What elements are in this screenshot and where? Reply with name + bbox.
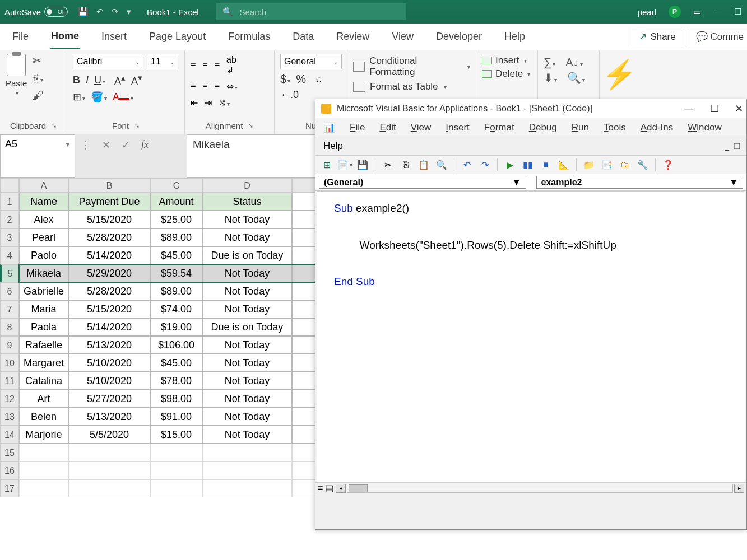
- cell[interactable]: [19, 479, 68, 497]
- cell[interactable]: Catalina: [19, 372, 68, 390]
- cell[interactable]: Paolo: [19, 246, 68, 264]
- cell[interactable]: [150, 444, 202, 461]
- borders-button[interactable]: ⊞▾: [73, 91, 85, 103]
- break-icon[interactable]: ▮▮: [522, 159, 533, 170]
- cell[interactable]: [292, 228, 315, 246]
- align-top-icon[interactable]: ≡: [191, 60, 196, 71]
- cell[interactable]: 5/10/2020: [68, 372, 150, 390]
- decrease-font-icon[interactable]: A▾: [131, 73, 142, 87]
- row-header[interactable]: 4: [0, 246, 19, 264]
- vba-scrollbar[interactable]: ≡ ▤ ◂ ▸: [315, 482, 746, 493]
- cell[interactable]: Rafaelle: [19, 336, 68, 354]
- cell[interactable]: $59.54: [150, 264, 202, 282]
- cell[interactable]: Not Today: [202, 336, 292, 354]
- dialog-launcher-icon[interactable]: ⤡: [248, 122, 253, 129]
- cell[interactable]: Not Today: [202, 282, 292, 300]
- orientation-icon[interactable]: ⤭▾: [219, 97, 230, 108]
- copy-icon[interactable]: ⎘: [400, 159, 411, 170]
- vba-menu-help[interactable]: Help: [323, 141, 343, 152]
- row-header[interactable]: 1: [0, 193, 19, 211]
- scroll-thumb[interactable]: [349, 484, 368, 492]
- cell[interactable]: Margaret: [19, 354, 68, 372]
- row-header[interactable]: 5: [0, 264, 19, 282]
- cell[interactable]: Not Today: [202, 354, 292, 372]
- autosave-toggle[interactable]: AutoSave Off: [4, 7, 68, 17]
- cell[interactable]: [68, 479, 150, 497]
- font-size-select[interactable]: 11⌄: [147, 54, 178, 69]
- help-icon[interactable]: ❓: [662, 159, 674, 170]
- align-right-icon[interactable]: ≡: [215, 82, 220, 92]
- column-header[interactable]: [292, 178, 315, 193]
- vba-menu-addins[interactable]: Add-Ins: [641, 122, 674, 133]
- cell[interactable]: $25.00: [150, 211, 202, 228]
- cell[interactable]: [292, 211, 315, 228]
- fx-icon[interactable]: fx: [141, 139, 149, 151]
- cell[interactable]: Maria: [19, 300, 68, 318]
- toolbox-icon[interactable]: 🔧: [637, 159, 648, 170]
- chevron-down-icon[interactable]: ▾: [16, 90, 18, 96]
- tab-page-layout[interactable]: Page Layout: [148, 25, 207, 48]
- cut-icon[interactable]: ✂: [382, 159, 393, 170]
- align-center-icon[interactable]: ≡: [202, 82, 207, 92]
- insert-module-icon[interactable]: 📄▾: [339, 159, 350, 170]
- cell[interactable]: [292, 336, 315, 354]
- close-icon[interactable]: ✕: [735, 102, 743, 115]
- align-left-icon[interactable]: ≡: [191, 82, 196, 92]
- increase-decimal-icon[interactable]: ←.0: [280, 89, 299, 101]
- paste-icon[interactable]: 📋: [418, 159, 429, 170]
- vba-menu-format[interactable]: Format: [484, 122, 514, 133]
- format-as-table-button[interactable]: Format as Table▾: [353, 80, 470, 94]
- conditional-formatting-button[interactable]: Conditional Formatting▾: [353, 54, 470, 80]
- procedure-combo[interactable]: example2 ▼: [536, 176, 744, 189]
- vba-menu-window[interactable]: Window: [688, 122, 721, 133]
- row-header[interactable]: 14: [0, 426, 19, 444]
- currency-icon[interactable]: $▾: [280, 73, 290, 86]
- maximize-icon[interactable]: ☐: [710, 102, 719, 115]
- cell[interactable]: Not Today: [202, 426, 292, 444]
- name-box[interactable]: A5 ▼: [0, 134, 75, 178]
- font-color-button[interactable]: A▾: [113, 91, 133, 103]
- select-all-corner[interactable]: [0, 178, 19, 193]
- row-header[interactable]: 15: [0, 444, 19, 461]
- cell[interactable]: 5/28/2020: [68, 228, 150, 246]
- object-combo[interactable]: (General) ▼: [319, 176, 526, 189]
- cell[interactable]: [292, 282, 315, 300]
- italic-button[interactable]: I: [86, 74, 89, 86]
- column-header[interactable]: D: [202, 178, 292, 193]
- chevron-down-icon[interactable]: ▼: [729, 178, 738, 188]
- enter-icon[interactable]: ✓: [122, 139, 130, 151]
- code-pane[interactable]: Sub example2() Worksheets("Sheet1").Rows…: [317, 191, 745, 482]
- cell[interactable]: [292, 461, 315, 479]
- column-header[interactable]: A: [19, 178, 68, 193]
- comma-icon[interactable]: ၵ: [312, 73, 323, 86]
- scroll-right-icon[interactable]: ▸: [734, 484, 744, 493]
- tab-help[interactable]: Help: [503, 25, 526, 48]
- cell[interactable]: 5/14/2020: [68, 318, 150, 336]
- minimize-icon[interactable]: —: [684, 102, 694, 115]
- reset-icon[interactable]: ■: [540, 159, 551, 170]
- table-row[interactable]: Rafaelle5/13/2020$106.00Not Today: [19, 336, 315, 354]
- percent-icon[interactable]: %: [296, 73, 306, 86]
- cell[interactable]: [292, 372, 315, 390]
- cell[interactable]: Status: [202, 193, 292, 211]
- ideas-icon[interactable]: ⚡: [602, 58, 637, 91]
- save-icon[interactable]: 💾: [357, 159, 368, 170]
- child-restore-icon[interactable]: ❐: [734, 142, 741, 151]
- align-bottom-icon[interactable]: ≡: [215, 60, 220, 71]
- table-row[interactable]: Alex5/15/2020$25.00Not Today: [19, 211, 315, 228]
- increase-font-icon[interactable]: A▴: [114, 73, 126, 87]
- cell[interactable]: Gabrielle: [19, 282, 68, 300]
- toggle-off[interactable]: Off: [44, 7, 68, 17]
- cell[interactable]: Due is on Today: [202, 318, 292, 336]
- tab-review[interactable]: Review: [335, 25, 370, 48]
- cell[interactable]: [202, 444, 292, 461]
- cell[interactable]: $106.00: [150, 336, 202, 354]
- dialog-launcher-icon[interactable]: ⤡: [52, 122, 57, 129]
- copy-icon[interactable]: ⎘▾: [33, 72, 44, 85]
- column-header[interactable]: B: [68, 178, 150, 193]
- table-row[interactable]: NamePayment DueAmountStatus: [19, 193, 315, 211]
- format-painter-icon[interactable]: 🖌: [33, 89, 44, 102]
- cell[interactable]: Due is on Today: [202, 246, 292, 264]
- paste-button[interactable]: Paste ▾: [6, 54, 27, 96]
- find-select-icon[interactable]: 🔍▾: [567, 71, 585, 85]
